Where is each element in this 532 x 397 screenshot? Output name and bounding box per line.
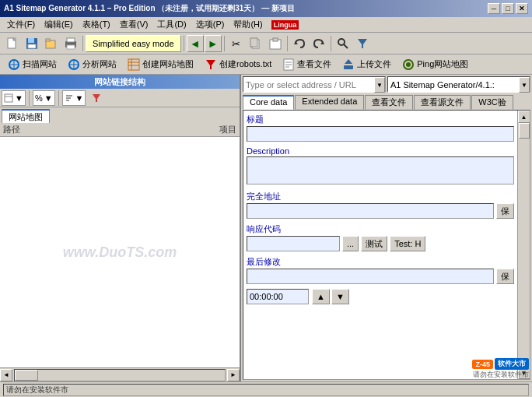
- last-modified-field-group: 最后修改 保: [247, 256, 514, 284]
- find-button[interactable]: [334, 35, 352, 52]
- main-content: 网站链接结构 ▼ % ▼ ▼: [0, 75, 532, 381]
- simplified-mode-button[interactable]: Simplified easy mode: [86, 35, 181, 52]
- undo-button[interactable]: [290, 35, 309, 52]
- test-h-button[interactable]: Test: H: [390, 236, 425, 251]
- z45-badge: Z-45: [472, 360, 493, 369]
- filter-icon: [205, 58, 217, 71]
- title-bar: A1 Sitemap Generator 4.1.1 – Pro Edition…: [0, 0, 532, 17]
- description-textarea[interactable]: [247, 156, 514, 184]
- menu-tools[interactable]: 工具(D): [153, 18, 190, 31]
- lingua-flag[interactable]: Lingua: [271, 20, 299, 30]
- bottom-right-badge: Z-45 软件大市 请勿在安装软件市: [472, 358, 529, 380]
- maximize-button[interactable]: □: [502, 3, 514, 14]
- minimize-button[interactable]: ─: [488, 3, 500, 14]
- full-address-input[interactable]: [247, 203, 494, 219]
- close-button[interactable]: ✕: [516, 3, 528, 14]
- toolbar-sep-3: [224, 36, 225, 51]
- title-input[interactable]: [247, 126, 514, 142]
- svg-rect-14: [273, 38, 278, 41]
- tab-view-source[interactable]: 查看源文件: [414, 95, 471, 110]
- time-field-group: ▲ ▼: [247, 289, 514, 304]
- vscroll-track[interactable]: [519, 123, 530, 367]
- svg-marker-36: [345, 59, 352, 64]
- vscroll-thumb[interactable]: [519, 123, 530, 139]
- badge-subtitle: 请勿在安装软件市: [473, 370, 529, 380]
- status-message: 请勿在安装软件市: [6, 385, 68, 395]
- save-address-button[interactable]: 保: [496, 203, 514, 219]
- print-button[interactable]: [61, 35, 80, 52]
- ping-button[interactable]: Ping网站地图: [397, 56, 473, 73]
- save-modified-button[interactable]: 保: [496, 269, 514, 284]
- browser-dropdown-button[interactable]: ▼: [519, 77, 530, 93]
- scan-website-button[interactable]: 扫描网站: [3, 56, 61, 73]
- view-dropdown[interactable]: ▼: [2, 90, 26, 106]
- menu-edit[interactable]: 编辑(E): [40, 18, 77, 31]
- col-path: 路径: [3, 124, 190, 135]
- menu-view[interactable]: 查看(V): [116, 18, 152, 31]
- menu-table[interactable]: 表格(T): [79, 18, 114, 31]
- filter-left-button[interactable]: [87, 90, 106, 107]
- time-input[interactable]: [247, 289, 309, 304]
- upload-icon: [342, 58, 355, 71]
- last-modified-input[interactable]: [247, 269, 494, 284]
- window-title: A1 Sitemap Generator 4.1.1 – Pro Edition…: [4, 3, 295, 14]
- description-label: Description: [247, 146, 514, 156]
- filter-button[interactable]: [353, 35, 372, 52]
- upload-button[interactable]: 上传文件: [338, 56, 396, 73]
- save-button[interactable]: [23, 35, 41, 52]
- svg-point-17: [338, 39, 345, 45]
- left-tab-row: 网站地图: [0, 107, 240, 123]
- analyze-icon: [68, 58, 80, 71]
- left-panel: 网站链接结构 ▼ % ▼ ▼: [0, 75, 241, 381]
- scan-icon: [8, 58, 20, 71]
- paste-button[interactable]: [266, 35, 285, 52]
- dropdown-arrow: ▼: [15, 93, 23, 103]
- address-dropdown-button[interactable]: ▼: [374, 77, 385, 93]
- sort-dropdown[interactable]: ▼: [62, 90, 86, 106]
- test-button[interactable]: 测试: [361, 236, 387, 251]
- tab-extended-data[interactable]: Extended data: [295, 95, 364, 110]
- status-text: 请勿在安装软件市: [3, 384, 529, 396]
- response-code-input[interactable]: [247, 236, 340, 251]
- create-robots-button[interactable]: 创建robots.txt: [200, 56, 276, 73]
- view-file-button[interactable]: 查看文件: [278, 56, 336, 73]
- col-item: 项目: [190, 124, 236, 135]
- analyze-label: 分析网站: [82, 58, 117, 70]
- browser-input[interactable]: [388, 77, 519, 93]
- analyze-website-button[interactable]: 分析网站: [63, 56, 121, 73]
- scroll-right-button[interactable]: ►: [227, 369, 240, 381]
- scroll-left-button[interactable]: ◄: [0, 369, 12, 381]
- percent-dropdown[interactable]: % ▼: [33, 90, 55, 106]
- create-sitemap-button[interactable]: 创建网站地图: [123, 56, 198, 73]
- time-up-button[interactable]: ▲: [312, 289, 330, 304]
- ping-label: Ping网站地图: [417, 58, 468, 70]
- right-tabs: Core data Extended data 查看文件 查看源文件 W3C验: [241, 93, 532, 110]
- tree-area[interactable]: www.DuoTS.com: [0, 137, 240, 367]
- ellipsis-button[interactable]: ...: [342, 236, 359, 251]
- new-button[interactable]: [3, 35, 22, 52]
- scroll-up-button[interactable]: ▲: [518, 111, 530, 123]
- nav-back-button[interactable]: ◄: [187, 35, 204, 52]
- tab-w3c[interactable]: W3C验: [471, 95, 513, 110]
- response-code-field-group: 响应代码 ... 测试 Test: H: [247, 223, 514, 251]
- copy-button[interactable]: [247, 35, 265, 52]
- menu-file[interactable]: 文件(F): [3, 18, 39, 31]
- tab-site-map[interactable]: 网站地图: [2, 109, 50, 123]
- menu-options[interactable]: 选项(P): [192, 18, 229, 31]
- nav-forward-button[interactable]: ►: [205, 35, 222, 52]
- action-toolbar: 扫描网站 分析网站 创建网站地图 创建robots.txt 查看文件: [0, 54, 532, 75]
- toolbar-sep-4: [287, 36, 288, 51]
- tab-view-file[interactable]: 查看文件: [365, 95, 413, 110]
- view-file-label: 查看文件: [297, 58, 331, 70]
- cut-button[interactable]: ✂: [227, 35, 246, 52]
- watermark: www.DuoTS.com: [63, 244, 177, 261]
- h-scrollbar-track[interactable]: [14, 369, 226, 381]
- tab-core-data[interactable]: Core data: [243, 95, 294, 110]
- address-input[interactable]: [243, 77, 374, 93]
- svg-point-38: [406, 62, 411, 67]
- menu-help[interactable]: 帮助(H): [229, 18, 266, 31]
- open-button[interactable]: [42, 35, 61, 52]
- h-scrollbar-thumb[interactable]: [15, 370, 38, 381]
- redo-button[interactable]: [310, 35, 328, 52]
- time-down-button[interactable]: ▼: [331, 289, 349, 304]
